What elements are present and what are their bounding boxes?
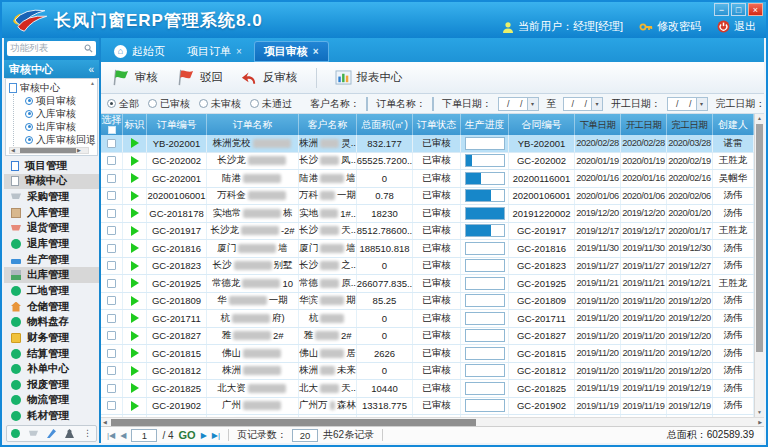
tab-close-icon[interactable]: × (236, 46, 242, 57)
scroll-thumb[interactable] (756, 124, 763, 352)
tree-node[interactable]: 出库审核 (25, 120, 89, 133)
sidebar-menu-item[interactable]: 工地管理 (4, 283, 99, 299)
row-checkbox[interactable] (107, 401, 116, 410)
table-row[interactable]: GC-201711 杭府) 杭 0 已审核 GC-201711 2019/11/… (101, 310, 754, 328)
column-header[interactable]: 订单编号 (147, 114, 207, 135)
unaudit-button[interactable]: 反审核 (241, 70, 298, 85)
column-header[interactable]: 订单名称 (207, 114, 299, 135)
row-checkbox[interactable] (107, 244, 116, 253)
sidebar-menu-item[interactable]: 退货管理 (4, 221, 99, 237)
column-header[interactable]: 下单日期 (575, 114, 621, 135)
sidebar-menu-item[interactable]: 物料盘存 (4, 314, 99, 330)
sidebar-menu-item[interactable]: 补单中心 (4, 361, 99, 377)
table-row[interactable]: GC-202002 长沙龙 长沙凤.. 65525.7200.. 已审核 GC-… (101, 153, 754, 171)
table-row[interactable]: GC-201823 长沙别墅 长沙之.. 0 已审核 GC-201823 201… (101, 258, 754, 276)
table-row[interactable]: GC-2018178 实地常栋 实地1#.. 18230 已审核 2019122… (101, 205, 754, 223)
first-page-button[interactable]: |◀ (107, 431, 115, 440)
go-button[interactable]: GO (179, 429, 196, 441)
page-size-input[interactable]: 20 (292, 429, 318, 442)
row-checkbox[interactable] (107, 314, 116, 323)
sidebar-menu-item[interactable]: 报废管理 (4, 377, 99, 393)
column-header[interactable]: 总面积(㎡) (357, 114, 413, 135)
column-header[interactable]: 标识 (123, 114, 147, 135)
tree-node[interactable]: 项目审核 (25, 94, 89, 107)
table-row[interactable]: GC-201815 佛山 佛山居 2626 已审核 GC-201815 2019… (101, 345, 754, 363)
order-date-from-picker[interactable]: / /▾ (498, 97, 539, 111)
row-checkbox[interactable] (107, 331, 116, 340)
sidebar-menu-item[interactable]: 项目管理 (4, 158, 99, 174)
sidebar-menu-item[interactable]: 出库管理 (4, 267, 99, 283)
sidebar-menu-item[interactable]: 物流管理 (4, 393, 99, 409)
table-row[interactable]: GC-201816 厦门墙 厦门墙 188510.818 已审核 GC-2018… (101, 240, 754, 258)
order-date-to-picker[interactable]: / /▾ (563, 97, 604, 111)
filter-radio[interactable]: 未审核 (199, 97, 241, 111)
customer-name-input[interactable] (366, 97, 368, 111)
vertical-scrollbar[interactable]: ▲ ▼ (754, 114, 764, 417)
table-row[interactable]: GC-202001 陆港 陆港墙 0 已审核 20200116001 2020/… (101, 170, 754, 188)
next-page-button[interactable]: ▶ (201, 431, 207, 440)
row-checkbox[interactable] (107, 296, 116, 305)
row-checkbox[interactable] (107, 174, 116, 183)
column-header[interactable]: 合同编号 (509, 114, 575, 135)
table-row[interactable]: GC-201827 雅2# 雅2# 0 已审核 GC-201827 2019/1… (101, 328, 754, 346)
sidebar-menu-item[interactable]: 耗材管理 (4, 408, 99, 424)
sidebar-menu-item[interactable]: 生产管理 (4, 252, 99, 268)
minimize-button[interactable]: − (714, 3, 729, 16)
prev-page-button[interactable]: ◀ (120, 431, 126, 440)
report-center-button[interactable]: 报表中心 (335, 70, 403, 85)
column-header[interactable]: 创建人 (713, 114, 754, 135)
table-row[interactable]: 20200106001 万科金 万科一期 0.78 已审核 2020010600… (101, 188, 754, 206)
sidebar-menu-item[interactable]: 退库管理 (4, 236, 99, 252)
horizontal-scrollbar[interactable]: ◀ ▶ (101, 417, 764, 426)
filter-radio[interactable]: 已审核 (148, 97, 190, 111)
table-row[interactable]: GC-201809 华一期 华滨期 85.25 已审核 GC-201809 20… (101, 293, 754, 311)
table-row[interactable]: YB-202001 株洲党校 株洲灵.. 832.177 已审核 YB-2020… (101, 135, 754, 153)
user-module-icon[interactable] (65, 429, 74, 438)
more-icon[interactable]: ⋮ (83, 429, 92, 438)
status-dot-icon[interactable] (11, 429, 20, 438)
row-checkbox[interactable] (107, 139, 116, 148)
table-row[interactable]: GC-201925 常德龙10 常德原.. 266077.835.. 已审核 G… (101, 275, 754, 293)
order-name-input[interactable] (432, 97, 434, 111)
tree-node[interactable]: 入库审核回退 (25, 133, 89, 146)
table-row[interactable]: GC-201825 北大资 北大天.. 10440 已审核 GC-201825 … (101, 380, 754, 398)
tree-horizontal-scrollbar[interactable]: ◀ ▶ (9, 147, 89, 154)
start-date-picker[interactable]: / /▾ (667, 97, 708, 111)
last-page-button[interactable]: ▶| (212, 431, 220, 440)
scroll-thumb[interactable] (20, 148, 76, 153)
row-checkbox[interactable] (107, 384, 116, 393)
table-row[interactable]: GC-201812 株洲 株洲未来 0 已审核 GC-201812 2019/1… (101, 363, 754, 381)
sidebar-menu-item[interactable]: 审核中心 (4, 174, 99, 190)
row-checkbox[interactable] (107, 226, 116, 235)
filter-radio[interactable]: 全部 (107, 97, 139, 111)
change-password-button[interactable]: 修改密码 (639, 19, 701, 34)
tab[interactable]: ⌂ 起始页 (104, 41, 175, 62)
column-header[interactable]: 订单状态 (413, 114, 461, 135)
scroll-thumb[interactable] (111, 419, 476, 426)
collapse-icon[interactable]: « (88, 64, 94, 75)
table-row[interactable]: GC-201902 广州 广州万森林 13318.775 已审核 GC-2019… (101, 398, 754, 416)
row-checkbox[interactable] (107, 261, 116, 270)
row-checkbox[interactable] (107, 209, 116, 218)
row-checkbox[interactable] (107, 366, 116, 375)
function-search-input[interactable]: 功能列表 (7, 41, 96, 56)
row-checkbox[interactable] (107, 156, 116, 165)
sidebar-menu-item[interactable]: 采购管理 (4, 189, 99, 205)
audit-button[interactable]: 审核 (111, 69, 158, 86)
column-header[interactable]: 选择 (101, 114, 123, 135)
page-number-input[interactable]: 1 (131, 429, 157, 442)
close-button[interactable]: × (748, 3, 763, 16)
column-header[interactable]: 完工日期 (667, 114, 713, 135)
column-header[interactable]: 开工日期 (621, 114, 667, 135)
select-all-checkbox[interactable] (108, 126, 116, 134)
tree-vertical-scrollbar[interactable]: ▲ ▼ (89, 80, 96, 147)
sidebar-menu-item[interactable]: 财务管理 (4, 330, 99, 346)
cart-icon[interactable] (29, 429, 38, 438)
edit-icon[interactable] (47, 429, 56, 438)
row-checkbox[interactable] (107, 191, 116, 200)
tab-close-icon[interactable]: × (313, 46, 319, 57)
tree-node[interactable]: 入库审核 (25, 107, 89, 120)
filter-radio[interactable]: 未通过 (250, 97, 292, 111)
sidebar-menu-item[interactable]: 仓储管理 (4, 299, 99, 315)
sidebar-menu-item[interactable]: 入库管理 (4, 205, 99, 221)
